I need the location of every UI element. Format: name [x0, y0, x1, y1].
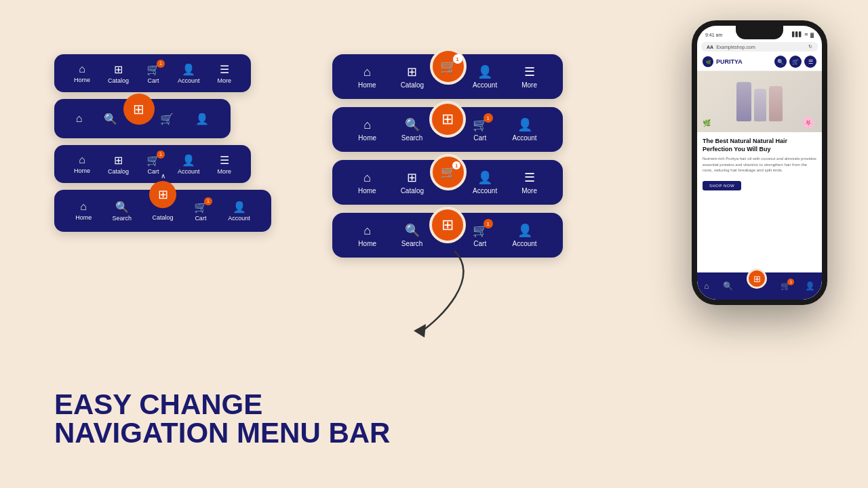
- phone-nav-search[interactable]: 🔍: [723, 281, 733, 291]
- nav-bar-r2: ⌂ Home 🔍 Search ⊞ 🛒 1 Cart 👤 Account: [332, 107, 563, 152]
- phone-nav-home[interactable]: ⌂: [704, 281, 709, 291]
- nav-item-r2-account[interactable]: 👤 Account: [512, 117, 536, 142]
- nav-item-r2-cart[interactable]: 🛒 1 Cart: [473, 117, 488, 142]
- nav-item-home-3[interactable]: ⌂ Home: [74, 154, 90, 174]
- phone-nav-cart[interactable]: 🛒 1: [781, 281, 791, 291]
- store-menu-btn[interactable]: ☰: [804, 56, 816, 68]
- nav-item-r3-home[interactable]: ⌂ Home: [358, 171, 376, 195]
- nav-label-catalog: Catalog: [108, 77, 129, 84]
- nav-item-account[interactable]: 👤 Account: [178, 63, 200, 84]
- nav-item-r4-account[interactable]: 👤 Account: [512, 223, 536, 247]
- nav-item-r4-home[interactable]: ⌂ Home: [358, 224, 376, 247]
- catalog-active-icon-2: ⊞: [133, 101, 144, 117]
- nav-label-more: More: [217, 77, 231, 84]
- nav-item-account-3[interactable]: 👤 Account: [178, 154, 200, 175]
- grid-icon-r1: ⊞: [407, 64, 417, 79]
- cart-badge: 1: [157, 60, 165, 68]
- cart-badge-r2: 1: [484, 113, 493, 123]
- nav-item-cart-2[interactable]: 🛒: [160, 113, 174, 125]
- search-icon-r2: 🔍: [405, 117, 420, 132]
- home-icon-r1: ⌂: [363, 65, 371, 79]
- hero-heading: The Best Natural Natural Hair Perfection…: [703, 138, 816, 153]
- nav-item-account-2[interactable]: 👤: [195, 113, 209, 125]
- store-cart-btn[interactable]: 🛒: [789, 56, 802, 68]
- nav-item-search-4[interactable]: 🔍 Search: [113, 201, 132, 222]
- nav-item-r3-catalog[interactable]: ⊞ Catalog: [401, 170, 424, 195]
- phone-bottom-nav: ⌂ 🔍 ⊞ 🛒 1 👤: [697, 272, 822, 300]
- cart-badge-4: 1: [204, 197, 212, 205]
- nav-label-r4-search: Search: [401, 240, 423, 247]
- nav-item-more-3[interactable]: ☰ More: [217, 154, 231, 175]
- nav-label-cart: Cart: [147, 77, 159, 84]
- account-icon-r2: 👤: [517, 117, 532, 132]
- nav-item-r1-more[interactable]: ☰ More: [521, 64, 537, 89]
- phone-catalog-active-icon: ⊞: [753, 274, 761, 284]
- nav-item-account-4[interactable]: 👤 Account: [228, 201, 250, 222]
- nav-item-r4-search[interactable]: 🔍 Search: [401, 223, 423, 247]
- logo-leaf: 🌿: [706, 60, 711, 64]
- nav-item-cart[interactable]: 🛒 1 Cart: [146, 63, 160, 84]
- nav-item-cart-4[interactable]: 🛒 1 Cart: [194, 201, 208, 222]
- nav-item-catalog-3[interactable]: ⊞ Catalog: [108, 154, 129, 175]
- phone-frame: 9:41 am ▋▋▋ ≋ ▓ AA Exampleshop.com ↻ 🌿: [692, 20, 827, 305]
- nav-label-r3-catalog: Catalog: [401, 187, 424, 195]
- nav-item-r4-cart[interactable]: 🛒 1 Cart: [473, 223, 488, 247]
- nav-label-catalog-4: Catalog: [152, 214, 173, 221]
- nav-bar-1: ⌂ Home ⊞ Catalog 🛒 1 Cart 👤 Account ☰ Mo…: [54, 54, 251, 92]
- nav-item-r3-account[interactable]: 👤 Account: [473, 170, 497, 195]
- nav-item-r2-home[interactable]: ⌂ Home: [358, 118, 376, 142]
- nav-item-r1-catalog[interactable]: ⊞ Catalog: [401, 64, 424, 89]
- nav-item-home[interactable]: ⌂ Home: [74, 63, 90, 83]
- nav-label-r1-account: Account: [473, 81, 497, 89]
- nav-variants-right: ⌂ Home ⊞ Catalog 🛒 1 👤 Account ☰ More: [332, 54, 563, 258]
- phone-time: 9:41 am: [705, 33, 722, 37]
- wifi-icon: ≋: [804, 32, 808, 37]
- nav-item-cart-3[interactable]: 🛒 1 Cart: [146, 154, 160, 175]
- account-icon-r1: 👤: [477, 64, 492, 79]
- cart-badge-3: 1: [157, 150, 165, 159]
- cart-icon-3: 🛒 1: [146, 154, 160, 167]
- signal-icon: ▋▋▋: [792, 32, 802, 37]
- home-icon: ⌂: [79, 63, 85, 75]
- nav-label-r2-home: Home: [358, 134, 376, 142]
- phone-cart-icon: 🛒 1: [781, 281, 791, 291]
- nav-item-r3-more[interactable]: ☰ More: [521, 170, 537, 195]
- account-icon-r4: 👤: [517, 223, 532, 238]
- phone-nav-account[interactable]: 👤: [805, 281, 815, 291]
- nav-item-r1-home[interactable]: ⌂ Home: [358, 65, 376, 89]
- home-icon-r3: ⌂: [363, 171, 371, 185]
- nav-label-r4-account: Account: [512, 240, 536, 247]
- nav-item-home-2[interactable]: ⌂: [76, 113, 83, 125]
- cart-icon-4: 🛒 1: [194, 201, 208, 214]
- nav-item-catalog-active-4[interactable]: ∧ ⊞ Catalog: [152, 201, 173, 221]
- nav-label-home-3: Home: [74, 167, 90, 174]
- hero-body: Nutrient-rich Puritya hair oil with coco…: [703, 156, 816, 173]
- nav-item-r1-account[interactable]: 👤 Account: [473, 64, 497, 89]
- browser-bar: AA Exampleshop.com ↻: [701, 42, 818, 52]
- nav-label-r2-search: Search: [401, 134, 423, 142]
- heading-line2: NAVIGATION MENU BAR: [54, 419, 390, 447]
- nav-bar-4: ⌂ Home 🔍 Search ∧ ⊞ Catalog 🛒 1 Cart: [54, 190, 271, 232]
- nav-item-r2-search[interactable]: 🔍 Search: [401, 117, 423, 142]
- account-icon-r3: 👤: [477, 170, 492, 185]
- more-icon: ☰: [220, 63, 229, 76]
- grid-icon-r3: ⊞: [407, 170, 417, 185]
- nav-item-home-4[interactable]: ⌂ Home: [75, 201, 92, 221]
- nav-item-search-2[interactable]: 🔍: [104, 113, 117, 125]
- nav-item-more[interactable]: ☰ More: [217, 63, 231, 84]
- nav-label-r2-cart: Cart: [473, 134, 486, 142]
- nav-bar-r3: ⌂ Home ⊞ Catalog 🛒 1 👤 Account ☰ More: [332, 160, 563, 205]
- home-icon-r4: ⌂: [363, 224, 371, 238]
- nav-label-r3-home: Home: [358, 187, 376, 195]
- nav-label-r1-home: Home: [358, 81, 376, 89]
- home-icon-2: ⌂: [76, 113, 83, 125]
- shop-now-button[interactable]: SHOP NOW: [703, 181, 741, 190]
- store-search-btn[interactable]: 🔍: [774, 56, 787, 68]
- phone-nav-catalog-active[interactable]: ⊞: [747, 283, 767, 289]
- phone-notch: [736, 26, 783, 39]
- nav-item-catalog[interactable]: ⊞ Catalog: [108, 63, 129, 84]
- nav-bar-r4: ⌂ Home 🔍 Search ⊞ 🛒 1 Cart 👤 Account: [332, 213, 563, 258]
- cart-active-icon-r3: 🛒 1: [441, 165, 456, 180]
- phone-mockup: 9:41 am ▋▋▋ ≋ ▓ AA Exampleshop.com ↻ 🌿: [692, 20, 827, 305]
- browser-aa: AA: [707, 45, 713, 49]
